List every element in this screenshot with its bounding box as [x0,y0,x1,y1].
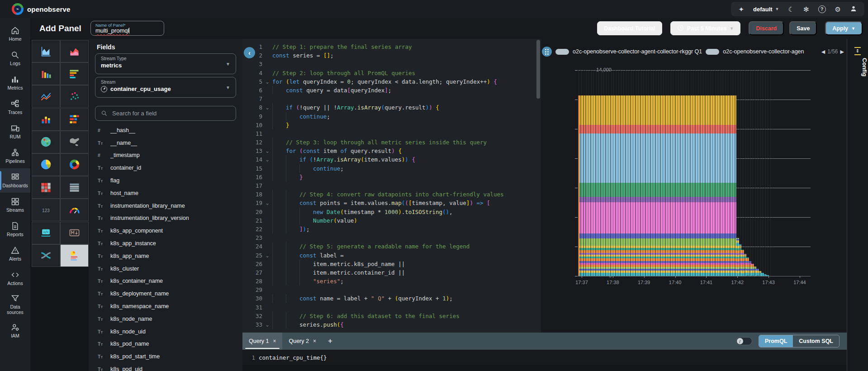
field-item-k8s_node_uid[interactable]: TTk8s_node_uid [89,325,242,338]
chart-type-scatter-chart[interactable] [60,85,89,108]
field-item-instrumentation_library_version[interactable]: TTinstrumentation_library_version [89,212,242,225]
chart-type-area-chart[interactable] [32,40,60,62]
field-item-k8s_node_name[interactable]: TTk8s_node_name [89,313,242,325]
dashboard-tutorial-button[interactable]: Dashboard Tutorial [597,21,662,35]
band-green[interactable] [579,183,736,197]
help-icon[interactable]: ? [818,5,826,13]
field-item-k8s_app_instance[interactable]: TTk8s_app_instance [89,237,242,250]
field-item-instrumentation_library_name[interactable]: TTinstrumentation_library_name [89,200,242,212]
editor-line-20[interactable]: 20 new Date(timestamp * 1000).toISOStrin… [242,208,541,216]
band-lightgreen[interactable] [579,238,736,246]
fold-chevron-icon[interactable]: ⌄ [262,251,272,260]
legend-swatch[interactable] [706,49,719,55]
close-icon[interactable]: × [313,338,316,344]
editor-line-23[interactable]: 23 [242,233,541,242]
query-tab-query-2[interactable]: Query 2× [282,333,322,350]
apply-button[interactable]: Apply▼ [825,21,863,35]
fold-chevron-icon[interactable]: ⌄ [262,147,272,155]
custom-sql-button[interactable]: Custom SQL [793,335,839,347]
editor-line-30[interactable]: 30 const name = label + " Q" + (queryInd… [242,294,541,303]
chart-type-area-alt-chart[interactable] [60,40,89,62]
field-item-flag[interactable]: TTflag [89,174,242,187]
panel-name-field[interactable]: Name of Panel* multi_promql [90,21,164,36]
legend-next-icon[interactable]: ▶ [840,49,844,55]
field-item-container_id[interactable]: TTcontainer_id [89,162,242,174]
editor-line-12[interactable]: 12 // Step 3: loop through all metric se… [242,138,541,147]
editor-line-2[interactable]: 2const series = []; [242,51,541,60]
field-item-k8s_pod_name[interactable]: TTk8s_pod_name [89,338,242,351]
chart-type-geomap-chart[interactable] [32,131,60,153]
collapse-fields-button[interactable]: ‹ [244,47,255,58]
field-item-k8s_pod_uid[interactable]: TTk8s_pod_uid [89,363,242,371]
editor-line-26[interactable]: 26 item.metric.k8s_pod_name || [242,260,541,268]
chart-type-table-chart[interactable] [60,176,89,199]
field-item-k8s_app_name[interactable]: TTk8s_app_name [89,250,242,262]
editor-line-29[interactable]: 29 [242,285,541,294]
sparkle-icon[interactable]: ✦ [738,6,744,13]
save-button[interactable]: Save [789,21,817,35]
promql-button[interactable]: PromQL [759,335,793,347]
editor-line-11[interactable]: 11 [242,129,541,138]
discard-button[interactable]: Discard [749,21,784,35]
fold-chevron-icon[interactable]: ⌄ [262,199,272,207]
field-item-_timestamp[interactable]: #_timestamp [89,149,242,162]
vrl-function-editor[interactable]: 1// Step 1: prepare the final series arr… [242,39,541,333]
field-item-host_name[interactable]: TThost_name [89,187,242,200]
field-item-__name__[interactable]: TT__name__ [89,137,242,149]
chart-type-hbar-chart[interactable] [60,62,89,85]
stacked-bar-chart[interactable]: 02,0004,0006,0008,00010,00012,00014,0001… [578,70,811,276]
editor-line-8[interactable]: 8⌄ if (!query || !Array.isArray(query.re… [242,103,541,112]
band-multistripe[interactable] [579,246,736,276]
editor-line-9[interactable]: 9 continue; [242,112,541,121]
editor-line-16[interactable]: 16 } [242,173,541,181]
editor-line-33[interactable]: 33⌄ series.push({ [242,320,541,329]
legend-item-label[interactable]: o2c-openobserve-collector-agen [723,48,804,55]
chart-type-gauge-chart[interactable] [60,199,89,221]
promql-query-editor[interactable]: 1 container_cpu_time{} [242,350,847,365]
sidebar-item-actions[interactable]: Actions [0,266,30,290]
field-item-k8s_app_component[interactable]: TTk8s_app_component [89,224,242,237]
editor-line-24[interactable]: 24 // Step 5: generate a readable name f… [242,242,541,251]
chart-type-custom-chart[interactable] [60,244,89,267]
config-tab[interactable]: Config [847,58,868,76]
editor-line-32[interactable]: 32 // Step 6: add this dataset to the fi… [242,312,541,320]
editor-line-25[interactable]: 25⌄ const label = [242,251,541,260]
field-item-k8s_deployment_name[interactable]: TTk8s_deployment_name [89,287,242,300]
chart-type-markdown-chart[interactable] [60,222,89,244]
editor-line-17[interactable]: 17 [242,181,541,190]
field-item-k8s_cluster[interactable]: TTk8s_cluster [89,262,242,275]
editor-line-19[interactable]: 19⌄ const points = item.values.map(([tim… [242,199,541,207]
editor-line-10[interactable]: 10 } [242,121,541,129]
field-item-__hash__[interactable]: #__hash__ [89,124,242,137]
chart-type-metric-chart[interactable]: 123 [32,199,60,221]
sidebar-item-iam[interactable]: IAM [0,319,30,343]
editor-line-14[interactable]: 14⌄ if (!Array.isArray(item.values)) { [242,155,541,164]
gear-icon[interactable]: ⚙ [835,6,841,13]
editor-line-28[interactable]: 28 "series"; [242,277,541,285]
fold-chevron-icon[interactable]: ⌄ [262,77,272,86]
editor-line-22[interactable]: 22 ]); [242,225,541,233]
fold-chevron-icon[interactable]: ⌄ [262,155,272,164]
band-pink[interactable] [579,202,736,233]
moon-icon[interactable]: ☾ [788,6,794,13]
fold-chevron-icon[interactable]: ⌄ [262,320,272,329]
sidebar-item-data-sources[interactable]: Datasources [0,290,30,319]
fold-chevron-icon[interactable]: ⌄ [262,103,272,112]
query-tab-query-1[interactable]: Query 1× [242,333,282,350]
function-toggle[interactable]: ƒ [736,337,752,345]
band-red[interactable] [579,125,736,133]
sidebar-item-traces[interactable]: Traces [0,95,30,119]
sidebar-item-dashboards[interactable]: Dashboards [0,168,30,193]
chart-type-donut-chart[interactable] [60,153,89,176]
legend-swatch[interactable] [555,49,569,55]
legend-prev-icon[interactable]: ◀ [821,49,825,55]
chart-type-sankey-chart[interactable] [32,244,60,267]
stream-select[interactable]: Stream container_cpu_usage ▼ [95,77,236,98]
close-icon[interactable]: × [273,338,276,344]
band-lightblue[interactable] [579,133,736,183]
org-selector[interactable]: default▼ [753,6,779,13]
field-item-k8s_container_name[interactable]: TTk8s_container_name [89,275,242,288]
sidebar-item-pipelines[interactable]: Pipelines [0,144,30,168]
chart-type-line-chart[interactable] [32,85,60,108]
editor-line-21[interactable]: 21 Number(value) [242,216,541,225]
